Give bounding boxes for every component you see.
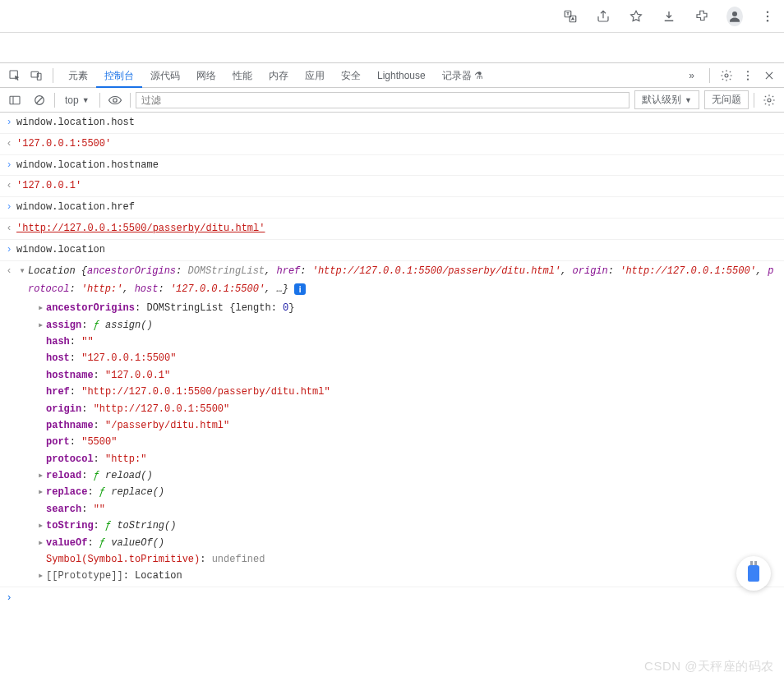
expand-caret-icon[interactable]: ▾ [16, 262, 28, 281]
devtools-tab-strip: 元素控制台源代码网络性能内存应用安全Lighthouse记录器 ⚗ » [0, 63, 784, 88]
prop-caret-icon[interactable]: ▸ [38, 568, 46, 584]
tab-0[interactable]: 元素 [60, 63, 96, 88]
object-property[interactable]: host: "127.0.0.1:5500" [38, 350, 784, 366]
svg-rect-8 [37, 73, 41, 80]
chevron-down-icon: ▼ [82, 96, 90, 104]
object-property[interactable]: origin: "http://127.0.0.1:5500" [38, 401, 784, 417]
log-level-label: 默认级别 [642, 93, 681, 107]
prop-caret-icon[interactable]: ▸ [38, 317, 46, 334]
filter-input[interactable] [136, 92, 630, 108]
divider [53, 68, 53, 83]
object-property[interactable]: hostname: "127.0.0.1" [38, 367, 784, 384]
download-icon[interactable] [661, 8, 677, 25]
object-property[interactable]: protocol: "http:" [38, 451, 784, 467]
kebab-icon[interactable] [738, 66, 758, 85]
console-text: '127.0.0.1' [16, 177, 779, 196]
usb-badge[interactable] [736, 556, 771, 591]
context-selector[interactable]: top ▼ [60, 93, 95, 108]
console-text: '127.0.0.1:5500' [16, 135, 779, 154]
page-content-gap [0, 33, 784, 62]
prop-caret-icon[interactable]: ▸ [38, 535, 46, 551]
output-chevron-icon[interactable]: ‹ [2, 219, 16, 238]
object-property[interactable]: pathname: "/passerby/ditu.html" [38, 417, 784, 434]
divider [709, 68, 710, 83]
share-icon[interactable] [595, 8, 611, 25]
clear-console-icon[interactable] [30, 90, 49, 110]
info-badge-icon[interactable]: i [294, 283, 306, 295]
input-chevron-icon[interactable]: › [2, 241, 16, 260]
tab-2[interactable]: 源代码 [142, 63, 188, 88]
log-level-select[interactable]: 默认级别 ▼ [634, 90, 699, 109]
translate-icon[interactable] [562, 8, 579, 25]
object-property[interactable]: ▸ancestorOrigins: DOMStringList {length:… [38, 300, 784, 316]
object-property[interactable]: ▸valueOf: ƒ valueOf() [38, 535, 784, 551]
more-tabs-button[interactable]: » [680, 63, 703, 88]
inspect-icon[interactable] [5, 66, 25, 85]
object-property[interactable]: ▸assign: ƒ assign() [38, 317, 784, 334]
tab-3[interactable]: 网络 [188, 63, 224, 88]
divider [754, 93, 754, 108]
output-chevron-icon[interactable]: ‹ [2, 177, 16, 196]
console-text: window.location.href [16, 198, 779, 217]
console-text: 'http://127.0.0.1:5500/passerby/ditu.htm… [16, 219, 779, 238]
tab-6[interactable]: 应用 [297, 63, 333, 88]
object-property[interactable]: Symbol(Symbol.toPrimitive): undefined [38, 551, 784, 568]
console-input-echo: ›window.location [0, 240, 784, 261]
extensions-icon[interactable] [694, 8, 710, 25]
prop-caret-icon[interactable]: ▸ [38, 467, 46, 484]
sidebar-toggle-icon[interactable] [5, 90, 25, 110]
input-chevron-icon[interactable]: › [2, 156, 16, 175]
console-text: window.location.host [16, 113, 779, 132]
object-property[interactable]: search: "" [38, 501, 784, 518]
output-chevron-icon[interactable]: ‹ [2, 135, 16, 154]
tab-8[interactable]: Lighthouse [369, 63, 434, 88]
close-icon[interactable] [759, 66, 779, 85]
tab-5[interactable]: 内存 [261, 63, 297, 88]
watermark: CSDN @天秤座的码农 [644, 659, 774, 674]
object-property[interactable]: hash: "" [38, 334, 784, 350]
tab-9[interactable]: 记录器 ⚗ [434, 63, 491, 88]
settings-icon[interactable] [717, 66, 736, 85]
object-properties: ▸ancestorOrigins: DOMStringList {length:… [0, 300, 784, 587]
object-property[interactable]: ▸replace: ƒ replace() [38, 484, 784, 500]
svg-point-15 [113, 98, 117, 102]
device-toggle-icon[interactable] [26, 66, 46, 85]
svg-rect-13 [10, 96, 20, 104]
object-property[interactable]: ▸toString: ƒ toString() [38, 518, 784, 534]
svg-point-5 [767, 20, 768, 21]
tab-4[interactable]: 性能 [224, 63, 261, 88]
console-settings-icon[interactable] [759, 90, 779, 110]
object-property[interactable]: ▸[[Prototype]]: Location [38, 568, 784, 584]
menu-icon[interactable] [759, 8, 776, 25]
svg-point-16 [768, 99, 771, 102]
devtools-panel: 元素控制台源代码网络性能内存应用安全Lighthouse记录器 ⚗ » top … [0, 62, 784, 614]
svg-point-3 [767, 11, 768, 12]
divider [130, 93, 131, 108]
input-chevron-icon[interactable]: › [2, 198, 16, 217]
console-output-line: ‹'127.0.0.1:5500' [0, 134, 784, 155]
star-icon[interactable] [628, 8, 644, 25]
input-chevron-icon[interactable]: › [2, 113, 16, 132]
chevron-down-icon: ▼ [685, 96, 692, 104]
issues-button[interactable]: 无问题 [704, 90, 749, 109]
prop-caret-icon[interactable]: ▸ [38, 484, 46, 500]
svg-point-12 [747, 78, 749, 80]
svg-point-11 [747, 74, 749, 76]
object-property[interactable]: ▸reload: ƒ reload() [38, 467, 784, 484]
console-input-echo: ›window.location.host [0, 113, 784, 134]
context-label: top [65, 94, 79, 106]
console-output-line: ‹'http://127.0.0.1:5500/passerby/ditu.ht… [0, 219, 784, 240]
divider [99, 93, 100, 108]
console-prompt[interactable]: › [0, 587, 784, 610]
tab-1[interactable]: 控制台 [96, 63, 142, 88]
prop-caret-icon[interactable]: ▸ [38, 518, 46, 534]
output-chevron-icon[interactable]: ‹ [2, 262, 16, 281]
object-property[interactable]: port: "5500" [38, 434, 784, 450]
tab-7[interactable]: 安全 [333, 63, 369, 88]
prop-caret-icon[interactable]: ▸ [38, 300, 46, 316]
object-property[interactable]: href: "http://127.0.0.1:5500/passerby/di… [38, 384, 784, 400]
profile-icon[interactable] [726, 8, 743, 25]
issues-label: 无问题 [712, 93, 741, 107]
object-summary[interactable]: Location {ancestorOrigins: DOMStringList… [28, 262, 779, 300]
live-expression-icon[interactable] [105, 90, 125, 110]
